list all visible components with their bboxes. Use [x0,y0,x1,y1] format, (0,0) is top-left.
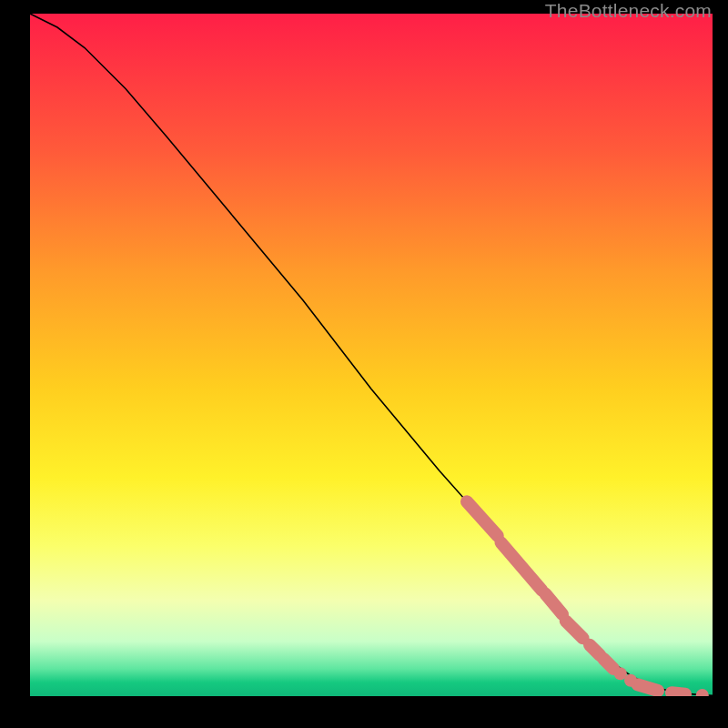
marker-pill [603,659,613,669]
marker-dot [624,674,637,687]
marker-pill [590,645,600,655]
marker-pill [545,594,562,615]
marker-pill [467,501,498,536]
marker-dot [696,689,709,696]
marker-pill [566,622,583,639]
plot-area [30,14,713,696]
watermark-label: TheBottleneck.com [545,0,712,22]
marker-pill [672,693,685,694]
marker-pill [501,542,542,591]
marker-group-pills [467,501,685,694]
chart-svg [30,14,713,696]
marker-pill [638,684,659,691]
chart-curve [30,14,713,695]
